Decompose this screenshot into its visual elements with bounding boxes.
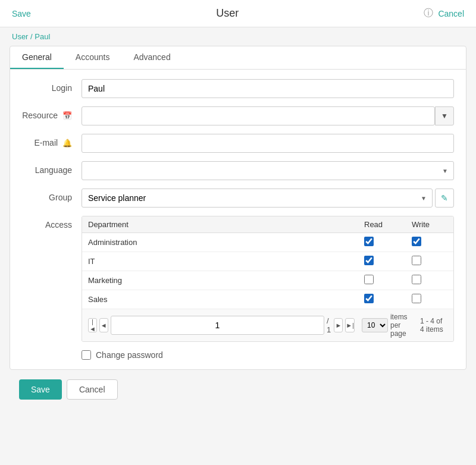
access-table-wrapper: Department Read Write AdministrationITMa… — [82, 216, 454, 342]
top-save-link[interactable]: Save — [12, 9, 31, 18]
read-checkbox-2[interactable] — [364, 275, 374, 284]
top-cancel-button[interactable]: Cancel — [438, 9, 464, 18]
pagination-range: 1 - 4 of 4 items — [420, 317, 447, 334]
login-label: Login — [22, 79, 82, 93]
email-row: E-mail 🔔 — [22, 134, 454, 153]
pagination-next-button[interactable]: ► — [334, 318, 343, 332]
resource-icon: 📅 — [62, 111, 72, 120]
per-page-select[interactable]: 10 25 50 — [362, 318, 388, 332]
dept-cell: Administration — [82, 233, 358, 252]
page-total: / 1 — [327, 316, 331, 334]
group-field: Service planner Admin User ✎ — [82, 188, 454, 208]
pagination-row: |◄ ◄ / 1 ► ►| 10 25 50 items per page 1 … — [82, 309, 453, 341]
write-checkbox-0[interactable] — [412, 237, 421, 246]
col-read: Read — [358, 216, 406, 233]
tab-bar: General Accounts Advanced — [10, 46, 466, 70]
breadcrumb-user-link[interactable]: User — [12, 32, 28, 41]
top-bar: Save User ⓘ Cancel — [0, 0, 476, 27]
bottom-save-button[interactable]: Save — [19, 379, 62, 400]
table-row: Marketing — [82, 271, 453, 290]
group-select[interactable]: Service planner Admin User — [82, 188, 433, 208]
table-row: Sales — [82, 290, 453, 309]
help-icon[interactable]: ⓘ — [424, 7, 433, 20]
page-title: User — [216, 7, 239, 20]
change-password-label[interactable]: Change password — [96, 350, 163, 360]
write-checkbox-2[interactable] — [412, 275, 421, 284]
read-checkbox-0[interactable] — [364, 237, 374, 246]
form-body: Login Resource 📅 ▼ E-mail — [10, 70, 466, 369]
group-label: Group — [22, 188, 82, 202]
breadcrumb-separator: / — [28, 32, 35, 41]
pagination-first-button[interactable]: |◄ — [88, 318, 97, 332]
change-password-row: Change password — [22, 350, 454, 360]
tab-accounts[interactable]: Accounts — [64, 46, 122, 69]
col-write: Write — [406, 216, 453, 233]
dept-cell: Sales — [82, 290, 358, 309]
dept-cell: Marketing — [82, 271, 358, 290]
email-field — [82, 134, 454, 153]
read-cell — [358, 233, 406, 252]
login-input[interactable] — [82, 79, 454, 98]
read-cell — [358, 271, 406, 290]
table-row: IT — [82, 252, 453, 271]
pagination-prev-button[interactable]: ◄ — [99, 318, 108, 332]
read-checkbox-3[interactable] — [364, 294, 374, 303]
language-label: Language — [22, 161, 82, 175]
main-content: General Accounts Advanced Login Resource — [0, 46, 476, 421]
tab-advanced[interactable]: Advanced — [121, 46, 182, 69]
read-cell — [358, 290, 406, 309]
breadcrumb-name: Paul — [35, 32, 50, 41]
table-row: Administration — [82, 233, 453, 252]
resource-field: ▼ — [82, 106, 454, 125]
top-right-actions: ⓘ Cancel — [424, 7, 464, 20]
group-edit-button[interactable]: ✎ — [435, 188, 454, 208]
group-select-wrapper: Service planner Admin User — [82, 188, 433, 208]
write-checkbox-3[interactable] — [412, 294, 421, 303]
breadcrumb: User / Paul — [0, 27, 476, 46]
write-checkbox-1[interactable] — [412, 256, 421, 265]
email-label: E-mail 🔔 — [22, 134, 82, 147]
items-per-page-label: items per page — [390, 313, 418, 338]
write-cell — [406, 252, 453, 271]
write-cell — [406, 233, 453, 252]
language-select[interactable]: English French German — [82, 161, 454, 180]
resource-row: Resource 📅 ▼ — [22, 106, 454, 125]
language-row: Language English French German — [22, 161, 454, 180]
read-cell — [358, 252, 406, 271]
read-checkbox-1[interactable] — [364, 256, 374, 265]
email-input[interactable] — [82, 134, 454, 153]
change-password-checkbox[interactable] — [82, 350, 91, 360]
access-label: Access — [22, 216, 82, 230]
col-department: Department — [82, 216, 358, 233]
form-card: General Accounts Advanced Login Resource — [10, 46, 466, 370]
write-cell — [406, 271, 453, 290]
login-field — [82, 79, 454, 98]
write-cell — [406, 290, 453, 309]
page-input[interactable] — [111, 316, 325, 335]
bottom-actions: Save Cancel — [10, 370, 466, 409]
top-save-button[interactable]: Save — [12, 9, 31, 18]
bottom-cancel-button[interactable]: Cancel — [67, 379, 118, 400]
pagination-last-button[interactable]: ►| — [345, 318, 355, 332]
resource-input[interactable] — [82, 106, 435, 125]
access-row: Access Department Read Write Administrat… — [22, 216, 454, 342]
tab-general[interactable]: General — [10, 46, 64, 69]
access-table: Department Read Write AdministrationITMa… — [82, 216, 453, 309]
login-row: Login — [22, 79, 454, 98]
group-row: Group Service planner Admin User ✎ — [22, 188, 454, 208]
dept-cell: IT — [82, 252, 358, 271]
resource-dropdown-button[interactable]: ▼ — [435, 106, 454, 125]
resource-label: Resource 📅 — [22, 106, 82, 120]
language-select-wrapper: English French German — [82, 161, 454, 180]
language-field: English French German — [82, 161, 454, 180]
email-icon: 🔔 — [62, 139, 72, 147]
